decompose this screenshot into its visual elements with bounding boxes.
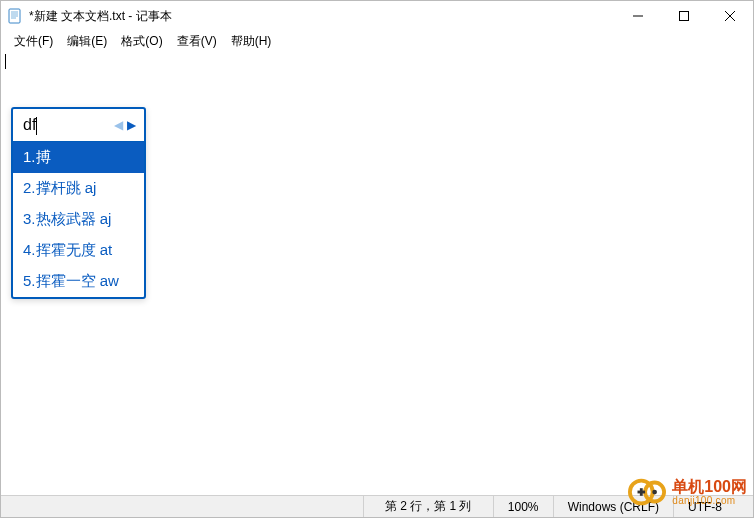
status-zoom: 100%	[493, 496, 553, 517]
statusbar-spacer	[1, 496, 363, 517]
close-button[interactable]	[707, 1, 753, 31]
status-encoding: UTF-8	[673, 496, 753, 517]
menu-help[interactable]: 帮助(H)	[224, 31, 279, 52]
ime-candidate-3[interactable]: 3.热核武器 aj	[13, 204, 144, 235]
ime-input-row: df ◀ ▶	[13, 109, 144, 142]
text-cursor	[5, 54, 6, 69]
ime-candidate-2[interactable]: 2.撑杆跳 aj	[13, 173, 144, 204]
statusbar: 第 2 行，第 1 列 100% Windows (CRLF) UTF-8	[1, 495, 753, 517]
notepad-app-icon	[7, 8, 23, 24]
window-title: *新建 文本文档.txt - 记事本	[29, 8, 615, 25]
titlebar: *新建 文本文档.txt - 记事本	[1, 1, 753, 31]
maximize-button[interactable]	[661, 1, 707, 31]
ime-candidate-5[interactable]: 5.挥霍一空 aw	[13, 266, 144, 297]
ime-candidate-list: 1.搏 2.撑杆跳 aj 3.热核武器 aj 4.挥霍无度 at 5.挥霍一空 …	[13, 142, 144, 297]
menu-format[interactable]: 格式(O)	[114, 31, 169, 52]
status-eol: Windows (CRLF)	[553, 496, 673, 517]
status-position: 第 2 行，第 1 列	[363, 496, 493, 517]
menu-edit[interactable]: 编辑(E)	[60, 31, 114, 52]
ime-candidate-1[interactable]: 1.搏	[13, 142, 144, 173]
ime-page-arrows: ◀ ▶	[114, 119, 136, 131]
ime-candidate-window: df ◀ ▶ 1.搏 2.撑杆跳 aj 3.热核武器 aj 4.挥霍无度 at …	[11, 107, 146, 299]
ime-candidate-4[interactable]: 4.挥霍无度 at	[13, 235, 144, 266]
svg-rect-6	[680, 12, 689, 21]
menubar: 文件(F) 编辑(E) 格式(O) 查看(V) 帮助(H)	[1, 31, 753, 51]
minimize-button[interactable]	[615, 1, 661, 31]
ime-typed-text: df	[23, 116, 36, 134]
menu-view[interactable]: 查看(V)	[170, 31, 224, 52]
menu-file[interactable]: 文件(F)	[7, 31, 60, 52]
window-controls	[615, 1, 753, 31]
ime-prev-page-icon[interactable]: ◀	[114, 119, 123, 131]
ime-next-page-icon[interactable]: ▶	[127, 119, 136, 131]
